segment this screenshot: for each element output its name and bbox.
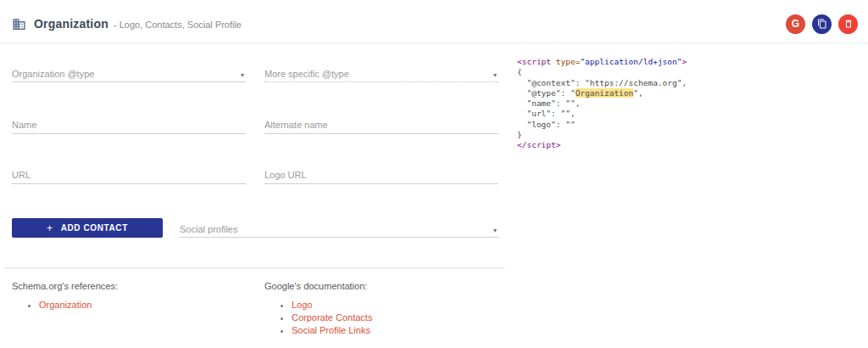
code-line: "@context": "https://schema.org",	[517, 78, 860, 88]
code-line: {	[517, 67, 860, 77]
more-specific-type-placeholder: More specific @type	[264, 69, 493, 79]
card-header: Organization - Logo, Contacts, Social Pr…	[12, 11, 858, 36]
code-line: "@type": "Organization",	[517, 88, 860, 98]
organization-schema-card: Organization - Logo, Contacts, Social Pr…	[0, 0, 868, 348]
chevron-down-icon: ▾	[493, 227, 498, 234]
jsonld-code-preview: <script type="application/ld+json">{ "@c…	[517, 57, 860, 151]
schema-references-section: Schema.org's references: Organization	[12, 281, 118, 312]
reference-link[interactable]: Logo	[292, 300, 312, 310]
page-subtitle: - Logo, Contacts, Social Profile	[114, 18, 242, 30]
delete-button[interactable]	[838, 14, 858, 34]
code-line: "logo": ""	[517, 120, 860, 130]
name-input[interactable]	[12, 117, 246, 133]
add-contact-label: ADD CONTACT	[61, 223, 128, 233]
name-field-wrap	[12, 117, 246, 134]
header-divider	[0, 42, 868, 44]
url-field-wrap	[12, 167, 246, 184]
code-line: }	[517, 130, 860, 140]
reference-list-item: Organization	[39, 300, 118, 310]
organization-type-select[interactable]: Organization @type ▾	[12, 65, 246, 82]
more-specific-type-select[interactable]: More specific @type ▾	[264, 65, 498, 82]
google-documentation-heading: Google's documentation:	[264, 281, 372, 291]
google-documentation-list: LogoCorporate ContactsSocial Profile Lin…	[264, 300, 372, 335]
reference-link[interactable]: Corporate Contacts	[292, 312, 372, 323]
alternate-name-field-wrap	[264, 117, 498, 134]
google-documentation-section: Google's documentation: LogoCorporate Co…	[264, 281, 372, 338]
trash-icon	[843, 19, 854, 29]
reference-link[interactable]: Organization	[39, 300, 92, 310]
copy-icon	[817, 19, 827, 29]
building-icon	[12, 17, 26, 31]
section-divider	[4, 267, 504, 269]
alternate-name-input[interactable]	[264, 117, 498, 133]
social-profiles-placeholder: Social profiles	[180, 224, 493, 234]
schema-references-heading: Schema.org's references:	[12, 281, 118, 291]
google-g-icon: G	[792, 18, 799, 30]
google-test-button[interactable]: G	[786, 14, 805, 34]
reference-list-item: Logo	[292, 300, 372, 310]
logo-url-field-wrap	[264, 167, 498, 184]
copy-button[interactable]	[812, 14, 832, 34]
code-line: "url": "",	[517, 109, 860, 119]
schema-references-list: Organization	[12, 300, 118, 310]
code-line: <script type="application/ld+json">	[517, 57, 860, 67]
url-input[interactable]	[12, 167, 246, 183]
social-profiles-select[interactable]: Social profiles ▾	[180, 221, 498, 238]
reference-list-item: Social Profile Links	[292, 325, 372, 335]
page-title: Organization	[34, 17, 108, 31]
add-contact-button[interactable]: + ADD CONTACT	[12, 218, 163, 238]
code-line: </script>	[517, 140, 860, 150]
code-line: "name": "",	[517, 98, 860, 109]
reference-link[interactable]: Social Profile Links	[292, 325, 370, 335]
chevron-down-icon: ▾	[241, 72, 246, 79]
reference-list-item: Corporate Contacts	[292, 312, 372, 323]
chevron-down-icon: ▾	[493, 72, 498, 79]
organization-type-placeholder: Organization @type	[12, 69, 241, 79]
logo-url-input[interactable]	[264, 167, 498, 183]
plus-icon: +	[47, 222, 53, 234]
header-actions: G	[786, 14, 858, 34]
